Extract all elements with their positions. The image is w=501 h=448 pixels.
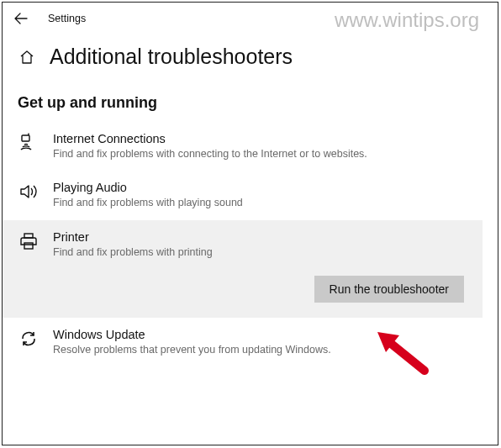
header-title: Settings [48, 13, 86, 24]
svg-rect-3 [24, 243, 33, 249]
list-item-internet[interactable]: Internet Connections Find and fix proble… [3, 122, 498, 171]
back-button[interactable] [14, 13, 29, 24]
list-item-printer[interactable]: Printer Find and fix problems with print… [3, 220, 483, 318]
update-icon [18, 328, 40, 350]
list-item-windows-update[interactable]: Windows Update Resolve problems that pre… [3, 318, 498, 366]
home-icon[interactable] [18, 48, 36, 66]
section-heading: Get up and running [3, 69, 498, 112]
item-desc: Find and fix problems with playing sound [53, 196, 406, 209]
item-title: Printer [53, 230, 461, 244]
item-title: Playing Audio [53, 181, 476, 194]
page-title: Additional troubleshooters [50, 45, 293, 69]
svg-rect-2 [24, 234, 33, 238]
troubleshooter-list: Internet Connections Find and fix proble… [3, 112, 498, 366]
printer-icon [18, 230, 40, 252]
audio-icon [18, 181, 40, 203]
watermark-text: www.wintips.org [335, 8, 479, 32]
svg-rect-0 [22, 135, 29, 141]
item-title: Windows Update [53, 328, 476, 341]
item-desc: Find and fix problems with printing [53, 245, 406, 259]
page-title-row: Additional troubleshooters [3, 29, 498, 69]
internet-icon [18, 132, 40, 154]
item-title: Internet Connections [53, 132, 476, 145]
item-desc: Resolve problems that prevent you from u… [53, 343, 406, 356]
run-troubleshooter-button[interactable]: Run the troubleshooter [314, 276, 464, 303]
item-desc: Find and fix problems with connecting to… [53, 147, 406, 161]
list-item-audio[interactable]: Playing Audio Find and fix problems with… [3, 171, 498, 219]
